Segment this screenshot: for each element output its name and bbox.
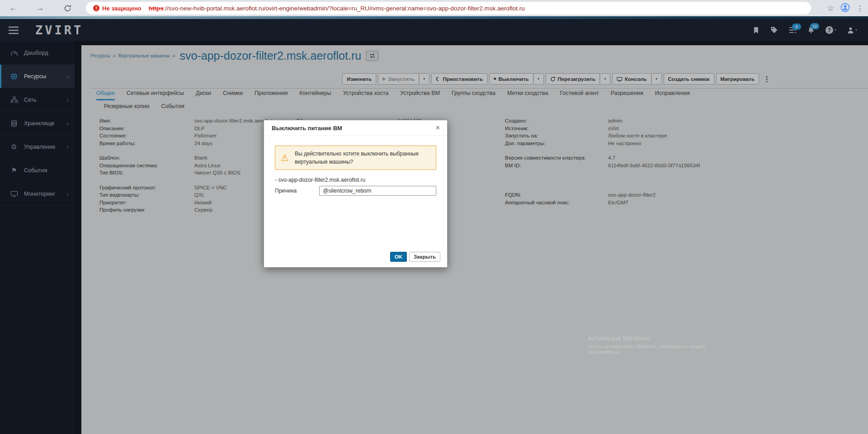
url-text: https://svo-new-hvib-portal.msk.aeroflot… — [149, 5, 525, 12]
address-bar[interactable]: ! Не защищено https://svo-new-hvib-porta… — [86, 2, 811, 14]
reason-input[interactable] — [319, 186, 436, 196]
bookmark-star-icon[interactable]: ☆ — [827, 4, 834, 13]
ok-button[interactable]: OK — [390, 252, 407, 262]
ovirt-webadmin: zVirt 0 12 ? ▾ ▾ — [0, 16, 868, 434]
not-secure-icon: ! — [93, 5, 99, 11]
browser-refresh-icon[interactable] — [61, 0, 74, 16]
url-rest: ://svo-new-hvib-portal.msk.aeroflot.ru/o… — [164, 5, 525, 12]
url-scheme: https — [149, 5, 164, 12]
dialog-body: ⚠ Вы действительно хотите выключить выбр… — [264, 146, 447, 196]
security-badge-label: Не защищено — [102, 5, 142, 12]
dialog-close-icon[interactable]: × — [434, 123, 442, 132]
dialog-title: Выключить питание ВМ — [272, 125, 342, 132]
browser-chrome: ← → ! Не защищено https://svo-new-hvib-p… — [0, 0, 868, 16]
reason-row: Причина — [275, 186, 436, 196]
security-badge[interactable]: ! Не защищено — [93, 5, 142, 12]
dialog-footer: OK Закрыть — [390, 252, 440, 262]
dialog-header: Выключить питание ВМ × — [264, 120, 447, 136]
browser-forward-icon[interactable]: → — [33, 0, 47, 16]
browser-menu-icon[interactable]: ⋮ — [856, 4, 863, 13]
browser-profile-icon[interactable] — [840, 3, 850, 14]
warning-triangle-icon: ⚠ — [281, 153, 289, 162]
vm-list-item: - svo-app-dozor-filter2.msk.aeroflot.ru — [275, 177, 436, 183]
shutdown-vm-dialog: Выключить питание ВМ × ⚠ Вы действительн… — [264, 120, 448, 268]
close-button[interactable]: Закрыть — [409, 252, 440, 262]
warning-alert: ⚠ Вы действительно хотите выключить выбр… — [275, 146, 436, 170]
warning-text: Вы действительно хотите выключить выбран… — [295, 150, 424, 166]
reason-label: Причина — [275, 188, 297, 194]
browser-back-icon[interactable]: ← — [6, 0, 20, 16]
